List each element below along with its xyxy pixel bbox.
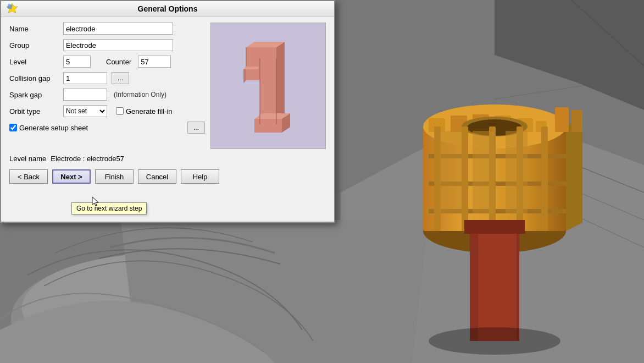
spark-gap-label: Spark gap [9, 91, 59, 99]
collision-gap-label: Collision gap [9, 74, 59, 82]
svg-rect-31 [506, 131, 528, 213]
dialog-titlebar: General Options [1, 1, 334, 17]
group-row: Group [9, 39, 205, 51]
cancel-button[interactable]: Cancel [138, 169, 176, 184]
svg-point-38 [429, 327, 560, 355]
collision-gap-row: Collision gap ... [9, 72, 205, 84]
group-input[interactable] [63, 39, 173, 51]
level-name-label: Level name [9, 155, 46, 163]
generate-setup-checkbox[interactable] [9, 124, 17, 131]
general-options-dialog: General Options Name Group Level Counter [0, 0, 335, 223]
generate-setup-checkbox-label: Generate setup sheet [9, 124, 88, 132]
dialog-title: General Options [138, 4, 198, 13]
collision-gap-input[interactable] [63, 72, 107, 84]
setup-sheet-dots-button[interactable]: ... [187, 122, 205, 134]
name-row: Name [9, 23, 205, 35]
orbit-type-row: Orbit type Not set Type 1 Type 2 Generat… [9, 105, 205, 117]
dialog-footer-buttons: < Back Next > Finish Cancel Help [1, 166, 334, 189]
back-button[interactable]: < Back [9, 169, 48, 184]
svg-rect-34 [571, 110, 582, 132]
svg-rect-28 [541, 127, 548, 231]
app-icon [5, 2, 19, 15]
generate-setup-row: Generate setup sheet ... [9, 122, 205, 134]
svg-marker-32 [566, 118, 582, 231]
generate-setup-label: Generate setup sheet [19, 124, 88, 132]
svg-rect-37 [464, 220, 525, 234]
spark-gap-info: (Information Only) [114, 91, 166, 98]
counter-label: Counter [106, 58, 131, 66]
svg-marker-54 [254, 119, 282, 133]
generate-fillin-label: Generate fill-in [126, 107, 173, 116]
electrode-preview-svg [213, 25, 323, 146]
collision-gap-dots-button[interactable]: ... [112, 72, 129, 84]
dialog-body: Name Group Level Counter Collision gap .… [1, 17, 334, 155]
spark-gap-row: Spark gap (Information Only) [9, 89, 205, 101]
name-input[interactable] [63, 23, 173, 35]
generate-fillin-checkbox-label: Generate fill-in [116, 107, 173, 116]
dialog-form: Name Group Level Counter Collision gap .… [9, 23, 205, 149]
level-name-value: Electrode : electrode57 [51, 155, 124, 163]
generate-fillin-checkbox[interactable] [116, 107, 124, 115]
orbit-type-label: Orbit type [9, 107, 59, 116]
svg-marker-48 [246, 47, 276, 67]
counter-input[interactable] [138, 56, 171, 68]
level-name-area: Level name Electrode : electrode57 [1, 155, 334, 163]
name-label: Name [9, 25, 59, 33]
level-counter-row: Level Counter [9, 56, 205, 68]
finish-button[interactable]: Finish [95, 169, 134, 184]
next-button[interactable]: Next > [52, 169, 91, 184]
svg-rect-29 [440, 131, 462, 213]
svg-rect-30 [473, 131, 495, 213]
electrode-preview [210, 23, 326, 149]
help-button[interactable]: Help [181, 169, 219, 184]
svg-marker-53 [243, 67, 260, 69]
svg-rect-36 [478, 231, 517, 341]
level-label: Level [9, 58, 59, 66]
svg-rect-33 [555, 107, 569, 132]
svg-rect-43 [7, 4, 13, 9]
orbit-type-select[interactable]: Not set Type 1 Type 2 [63, 105, 107, 117]
spark-gap-input[interactable] [63, 89, 107, 101]
group-label: Group [9, 41, 59, 50]
svg-rect-25 [462, 127, 468, 231]
level-input[interactable] [63, 56, 91, 68]
